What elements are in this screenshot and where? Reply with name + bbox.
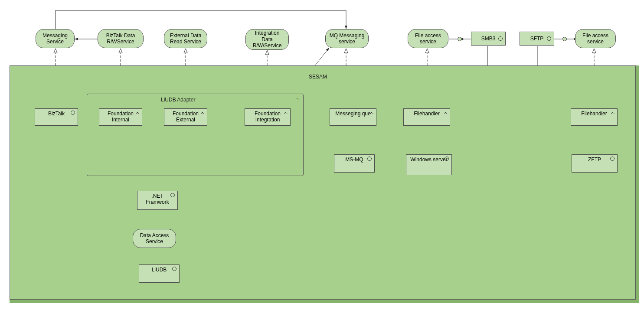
service-label: Integration Data R/W/Service [249, 30, 285, 49]
group-title-text: LiUDB Adapter [161, 97, 195, 103]
interface-smb3: SMB3 [471, 32, 506, 46]
node-label: Foundation External [168, 111, 203, 123]
node-label: ZFTP [588, 157, 601, 163]
node-label: MS-MQ [345, 157, 363, 163]
component-icon [135, 111, 139, 115]
node-label: .NET Framwork [141, 193, 174, 206]
component-icon [283, 111, 288, 115]
node-label: BizTalk [48, 111, 65, 117]
node-label: Windows server [410, 157, 447, 163]
service-mq-messaging: MQ Messaging service [325, 29, 369, 48]
node-label: Foundation Integration [248, 111, 287, 123]
node-label: Filehandler [414, 111, 439, 117]
system-software-icon [170, 193, 175, 197]
node-label: LiUDB [152, 267, 167, 273]
service-label: File access service [579, 33, 612, 45]
service-messaging: Messaging Service [36, 29, 75, 48]
node-foundation-external: Foundation External [164, 108, 207, 126]
service-label: External Data Read Service [168, 33, 203, 45]
system-software-icon [610, 157, 615, 161]
system-software-icon [367, 157, 372, 161]
service-file-access-right: File access service [575, 29, 616, 48]
node-zftp: ZFTP [572, 154, 618, 173]
service-label: File access service [412, 33, 445, 45]
component-icon [200, 111, 204, 115]
group-title: LiUDB Adapter [161, 97, 195, 103]
provided-interface-icon [547, 36, 551, 41]
interface-label: SMB3 [481, 36, 496, 42]
group-liudb-adapter: LiUDB Adapter [87, 94, 304, 176]
interface-port-sftp [562, 37, 567, 41]
interface-port-smb3 [458, 37, 462, 41]
interface-sftp: SFTP [520, 32, 554, 46]
provided-interface-icon [498, 36, 503, 41]
service-label: Messaging Service [39, 33, 71, 45]
service-label: Data Access Service [137, 232, 172, 245]
system-software-icon [172, 267, 177, 271]
system-software-icon [71, 111, 75, 115]
component-icon [610, 111, 615, 115]
component-icon [443, 111, 447, 115]
node-label: Messeging que [335, 111, 370, 117]
node-foundation-internal: Foundation Internal [99, 108, 142, 126]
flow-label-text: SESAM [309, 74, 327, 80]
service-data-access: Data Access Service [133, 229, 176, 248]
component-icon [294, 97, 299, 101]
node-messaging-queue: Messeging que [330, 108, 376, 126]
node-windows-server: Windows server [406, 154, 452, 175]
component-icon [369, 111, 373, 115]
node-msmq: MS-MQ [334, 154, 375, 173]
node-foundation-integration: Foundation Integration [245, 108, 291, 126]
flow-label-sesam: SESAM [309, 74, 327, 80]
node-liudb: LiUDB [139, 264, 180, 283]
node-filehandler-right: Filehandler [571, 108, 618, 126]
node-filehandler-left: Filehandler [403, 108, 450, 126]
service-external-read: External Data Read Service [164, 29, 207, 48]
node-dotnet: .NET Framwork [137, 191, 178, 210]
node-label: Foundation Internal [103, 111, 138, 123]
service-label: MQ Messaging service [329, 33, 365, 45]
service-biztalk-rw: BizTalk Data R/WService [98, 29, 144, 48]
service-file-access-left: File access service [408, 29, 448, 48]
service-integration-rw: Integration Data R/W/Service [245, 29, 289, 50]
service-label: BizTalk Data R/WService [101, 33, 140, 45]
interface-label: SFTP [530, 36, 544, 42]
node-biztalk: BizTalk [35, 108, 78, 126]
system-software-icon [445, 157, 449, 161]
node-label: Filehandler [581, 111, 607, 117]
